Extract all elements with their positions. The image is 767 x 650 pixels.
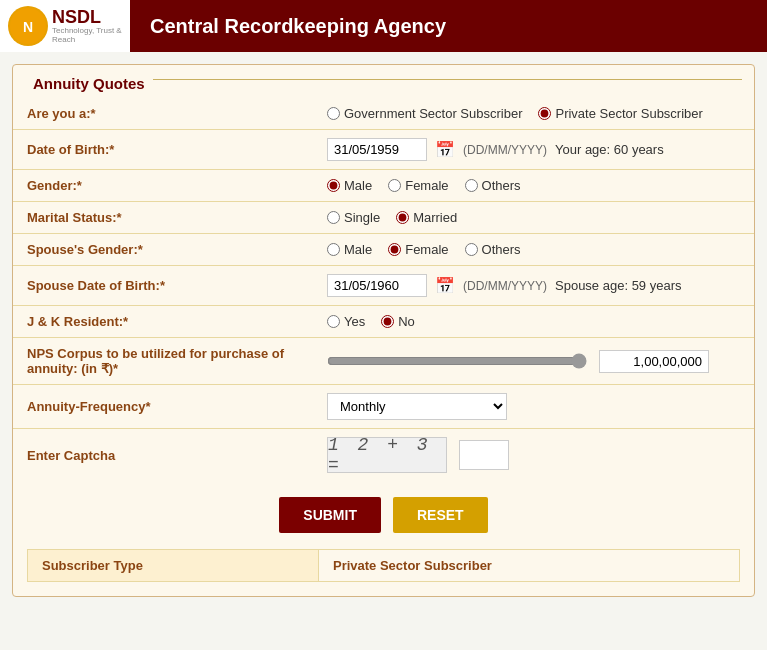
corpus-slider[interactable] [327,353,587,369]
gender-row: Gender:* Male Female Others [13,170,754,202]
single-radio[interactable] [327,211,340,224]
married-option[interactable]: Married [396,210,457,225]
logo-tagline: Technology, Trust & Reach [52,26,122,44]
result-col1-header: Subscriber Type [28,550,319,582]
section-title-area: Annuity Quotes [25,65,742,92]
dob-input[interactable] [327,138,427,161]
corpus-slider-group [327,350,740,373]
dob-format: (DD/MM/YYYY) [463,143,547,157]
single-option[interactable]: Single [327,210,380,225]
jk-row: J & K Resident:* Yes No [13,306,754,338]
spouse-male-label: Male [344,242,372,257]
female-option[interactable]: Female [388,178,448,193]
jk-no-radio[interactable] [381,315,394,328]
jk-group: Yes No [327,314,740,329]
app-header: N NSDL Technology, Trust & Reach Central… [0,0,767,52]
corpus-input[interactable] [599,350,709,373]
spouse-gender-group: Male Female Others [327,242,740,257]
others-option[interactable]: Others [465,178,521,193]
govt-subscriber-radio[interactable] [327,107,340,120]
spouse-female-radio[interactable] [388,243,401,256]
captcha-row: Enter Captcha 1 2 + 3 = [13,429,754,482]
corpus-row: NPS Corpus to be utilized for purchase o… [13,338,754,385]
spouse-dob-input[interactable] [327,274,427,297]
spouse-dob-input-group: 📅 (DD/MM/YYYY) Spouse age: 59 years [327,274,740,297]
male-radio[interactable] [327,179,340,192]
spouse-dob-label: Spouse Date of Birth:* [13,266,313,306]
page-title: Central Recordkeeping Agency [130,15,446,38]
gender-value-cell: Male Female Others [313,170,754,202]
jk-label: J & K Resident:* [13,306,313,338]
married-radio[interactable] [396,211,409,224]
married-label: Married [413,210,457,225]
subscriber-type-label: Are you a:* [13,98,313,130]
spouse-dob-format: (DD/MM/YYYY) [463,279,547,293]
jk-value-cell: Yes No [313,306,754,338]
spouse-gender-label: Spouse's Gender:* [13,234,313,266]
spouse-dob-calendar-icon[interactable]: 📅 [435,276,455,295]
female-radio[interactable] [388,179,401,192]
spouse-others-label: Others [482,242,521,257]
govt-subscriber-option[interactable]: Government Sector Subscriber [327,106,522,121]
others-radio[interactable] [465,179,478,192]
submit-button[interactable]: SUBMIT [279,497,381,533]
marital-group: Single Married [327,210,740,225]
form-table: Are you a:* Government Sector Subscriber… [13,98,754,481]
result-table: Subscriber Type Private Sector Subscribe… [27,549,740,582]
jk-no-label: No [398,314,415,329]
jk-yes-option[interactable]: Yes [327,314,365,329]
frequency-label: Annuity-Frequency* [13,385,313,429]
private-subscriber-option[interactable]: Private Sector Subscriber [538,106,702,121]
captcha-label: Enter Captcha [13,429,313,482]
dob-calendar-icon[interactable]: 📅 [435,140,455,159]
spouse-female-option[interactable]: Female [388,242,448,257]
subscriber-type-value: Government Sector Subscriber Private Sec… [313,98,754,130]
spouse-gender-row: Spouse's Gender:* Male Female Others [13,234,754,266]
subscriber-type-group: Government Sector Subscriber Private Sec… [327,106,740,121]
jk-yes-label: Yes [344,314,365,329]
female-label: Female [405,178,448,193]
logo-area: N NSDL Technology, Trust & Reach [0,0,130,52]
dob-label: Date of Birth:* [13,130,313,170]
subscriber-type-row: Are you a:* Government Sector Subscriber… [13,98,754,130]
gender-group: Male Female Others [327,178,740,193]
private-subscriber-radio[interactable] [538,107,551,120]
frequency-value-cell: Monthly Quarterly Half-Yearly Yearly [313,385,754,429]
logo-name: NSDL [52,8,122,26]
spouse-male-option[interactable]: Male [327,242,372,257]
spouse-dob-row: Spouse Date of Birth:* 📅 (DD/MM/YYYY) Sp… [13,266,754,306]
corpus-value-cell [313,338,754,385]
logo-text: NSDL Technology, Trust & Reach [52,8,122,44]
jk-no-option[interactable]: No [381,314,415,329]
captcha-value-cell: 1 2 + 3 = [313,429,754,482]
spouse-male-radio[interactable] [327,243,340,256]
dob-value-cell: 📅 (DD/MM/YYYY) Your age: 60 years [313,130,754,170]
spouse-dob-value-cell: 📅 (DD/MM/YYYY) Spouse age: 59 years [313,266,754,306]
logo-icon: N [8,6,48,46]
marital-row: Marital Status:* Single Married [13,202,754,234]
govt-subscriber-label: Government Sector Subscriber [344,106,522,121]
svg-text:N: N [23,19,33,35]
main-container: Annuity Quotes Are you a:* Government Se… [12,64,755,597]
others-label: Others [482,178,521,193]
dob-row: Date of Birth:* 📅 (DD/MM/YYYY) Your age:… [13,130,754,170]
male-option[interactable]: Male [327,178,372,193]
frequency-row: Annuity-Frequency* Monthly Quarterly Hal… [13,385,754,429]
dob-input-group: 📅 (DD/MM/YYYY) Your age: 60 years [327,138,740,161]
captcha-group: 1 2 + 3 = [327,437,740,473]
spouse-gender-value-cell: Male Female Others [313,234,754,266]
marital-label: Marital Status:* [13,202,313,234]
private-subscriber-label: Private Sector Subscriber [555,106,702,121]
single-label: Single [344,210,380,225]
spouse-female-label: Female [405,242,448,257]
captcha-input[interactable] [459,440,509,470]
spouse-others-radio[interactable] [465,243,478,256]
section-title: Annuity Quotes [25,75,153,92]
spouse-others-option[interactable]: Others [465,242,521,257]
jk-yes-radio[interactable] [327,315,340,328]
result-row: Subscriber Type Private Sector Subscribe… [28,550,740,582]
frequency-select[interactable]: Monthly Quarterly Half-Yearly Yearly [327,393,507,420]
gender-label: Gender:* [13,170,313,202]
dob-age: Your age: 60 years [555,142,664,157]
reset-button[interactable]: RESET [393,497,488,533]
